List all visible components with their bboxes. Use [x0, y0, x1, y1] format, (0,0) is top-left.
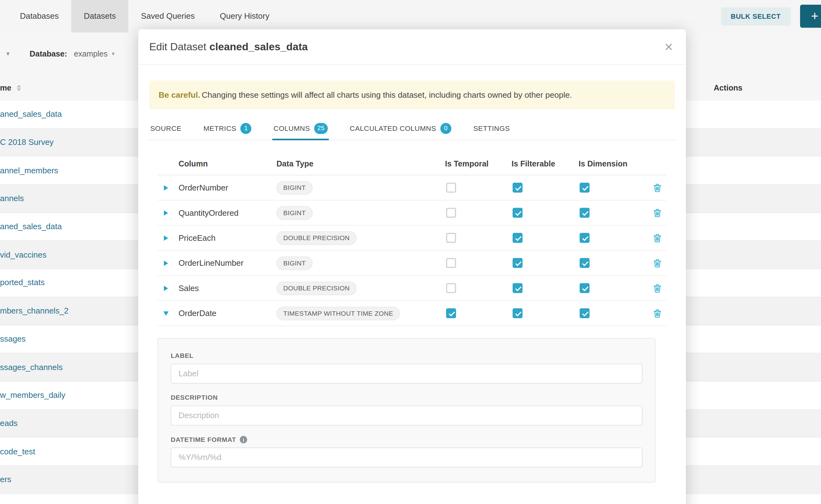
tab[interactable]: COLUMNS 25 — [272, 117, 329, 140]
delete-column-button[interactable] — [654, 284, 667, 292]
column-row: PriceEach DOUBLE PRECISION — [157, 225, 666, 250]
close-icon[interactable]: ✕ — [664, 41, 674, 53]
description-field: DESCRIPTION — [171, 394, 642, 426]
expand-caret-icon[interactable] — [164, 235, 168, 240]
info-icon[interactable]: i — [240, 436, 247, 443]
expand-toggle[interactable] — [157, 210, 178, 215]
database-filter-value[interactable]: examples — [74, 49, 108, 58]
is-dimension-checkbox[interactable] — [580, 258, 590, 268]
is-dimension-checkbox[interactable] — [580, 283, 590, 293]
is-dimension-checkbox[interactable] — [580, 308, 590, 318]
is-dimension-cell — [579, 183, 646, 193]
tab-label: COLUMNS — [274, 124, 310, 132]
expand-toggle[interactable] — [157, 285, 178, 291]
sort-icon[interactable] — [17, 85, 21, 91]
column-name: OrderDate — [179, 309, 276, 318]
is-temporal-checkbox[interactable] — [446, 208, 456, 218]
columns-table: Column Data Type Is Temporal Is Filterab… — [157, 152, 666, 482]
is-temporal-checkbox[interactable] — [446, 283, 456, 293]
is-dimension-checkbox[interactable] — [580, 208, 590, 218]
is-filterable-cell — [512, 283, 579, 293]
expand-caret-icon[interactable] — [164, 185, 168, 190]
dataset-link[interactable]: annels — [0, 194, 24, 203]
nav-tab[interactable]: Databases — [7, 0, 71, 32]
tab[interactable]: METRICS 1 — [202, 117, 253, 140]
is-filterable-checkbox[interactable] — [513, 183, 523, 193]
dataset-link[interactable]: eads — [0, 419, 17, 428]
is-temporal-checkbox[interactable] — [446, 183, 456, 193]
is-temporal-checkbox[interactable] — [446, 308, 456, 318]
delete-column-button[interactable] — [654, 209, 667, 217]
dataset-link[interactable]: vid_vaccines — [0, 250, 47, 259]
description-input[interactable] — [171, 406, 642, 426]
tab-label: CALCULATED COLUMNS — [350, 124, 436, 132]
data-type-pill: DOUBLE PRECISION — [276, 231, 356, 245]
dataset-link[interactable]: aned_sales_data — [0, 110, 62, 119]
expand-caret-icon[interactable] — [164, 260, 168, 266]
dataset-link[interactable]: C 2018 Survey — [0, 138, 54, 147]
is-filterable-checkbox[interactable] — [513, 283, 523, 293]
expand-toggle[interactable] — [157, 185, 178, 190]
expand-caret-icon[interactable] — [164, 210, 168, 215]
dataset-link[interactable]: aned_sales_data — [0, 222, 62, 231]
column-name: QuantityOrdered — [179, 208, 276, 217]
nav-tab[interactable]: Query History — [207, 0, 282, 32]
is-temporal-checkbox[interactable] — [446, 258, 456, 268]
delete-column-button[interactable] — [654, 183, 667, 192]
label-input[interactable] — [171, 364, 642, 384]
dataset-link[interactable]: mbers_channels_2 — [0, 306, 69, 316]
dataset-link[interactable]: w_members_daily — [0, 391, 65, 400]
trash-icon — [654, 309, 661, 318]
datetime-format-input[interactable] — [171, 447, 642, 467]
chevron-down-icon[interactable]: ▾ — [6, 50, 10, 57]
is-dimension-cell — [579, 258, 646, 268]
nav-tab-label: Saved Queries — [141, 12, 195, 21]
description-field-label-text: DESCRIPTION — [171, 394, 218, 401]
delete-column-button[interactable] — [654, 309, 667, 318]
column-name: PriceEach — [179, 233, 276, 243]
dataset-link[interactable]: ers_channels-uzooNNtSRO — [0, 503, 100, 504]
dataset-link[interactable]: ssages_channels — [0, 363, 63, 372]
tab[interactable]: SETTINGS — [472, 117, 511, 140]
nav-tabs: Databases Datasets Saved Queries Query H… — [7, 0, 282, 32]
is-temporal-checkbox[interactable] — [446, 233, 456, 243]
tab[interactable]: SOURCE — [149, 117, 183, 140]
name-column-header[interactable]: me — [0, 83, 11, 92]
expand-toggle[interactable] — [157, 260, 178, 266]
nav-tab[interactable]: Saved Queries — [128, 0, 207, 32]
is-dimension-checkbox[interactable] — [580, 183, 590, 193]
tab[interactable]: CALCULATED COLUMNS 0 — [349, 117, 453, 140]
dataset-link[interactable]: code_test — [0, 447, 35, 456]
dataset-link[interactable]: annel_members — [0, 166, 58, 175]
data-type-pill: TIMESTAMP WITHOUT TIME ZONE — [276, 306, 400, 320]
delete-column-button[interactable] — [654, 259, 667, 267]
warning-banner: Be careful.Changing these settings will … — [149, 81, 675, 109]
is-filterable-checkbox[interactable] — [513, 233, 523, 243]
is-filterable-checkbox[interactable] — [513, 258, 523, 268]
expand-caret-icon[interactable] — [163, 311, 169, 315]
dataset-link[interactable]: ssages — [0, 334, 26, 344]
edit-dataset-modal: Edit Datasetcleaned_sales_data ✕ Be care… — [138, 29, 686, 504]
chevron-down-icon[interactable]: ▾ — [112, 50, 115, 57]
dataset-link[interactable]: ported_stats — [0, 278, 45, 288]
column-header: Is Temporal — [445, 159, 512, 168]
bulk-select-button[interactable]: BULK SELECT — [721, 7, 791, 26]
trash-icon — [654, 284, 661, 292]
is-filterable-checkbox[interactable] — [513, 308, 523, 318]
label-field-label: LABEL — [171, 352, 642, 359]
datetime-format-label: DATETIME FORMAT i — [171, 436, 642, 443]
expand-toggle[interactable] — [157, 235, 178, 240]
dataset-link[interactable]: ers — [0, 475, 11, 484]
is-dimension-checkbox[interactable] — [580, 233, 590, 243]
delete-column-button[interactable] — [654, 234, 667, 242]
add-button[interactable]: + — [800, 5, 821, 28]
is-filterable-checkbox[interactable] — [513, 208, 523, 218]
nav-tab[interactable]: Datasets — [71, 0, 128, 32]
modal-title: Edit Datasetcleaned_sales_data — [149, 41, 308, 53]
is-filterable-cell — [512, 233, 579, 243]
is-filterable-cell — [512, 208, 579, 218]
column-row: Sales DOUBLE PRECISION — [157, 276, 666, 301]
expand-toggle[interactable] — [157, 311, 178, 316]
tab-label: METRICS — [203, 124, 236, 132]
expand-caret-icon[interactable] — [164, 285, 168, 291]
